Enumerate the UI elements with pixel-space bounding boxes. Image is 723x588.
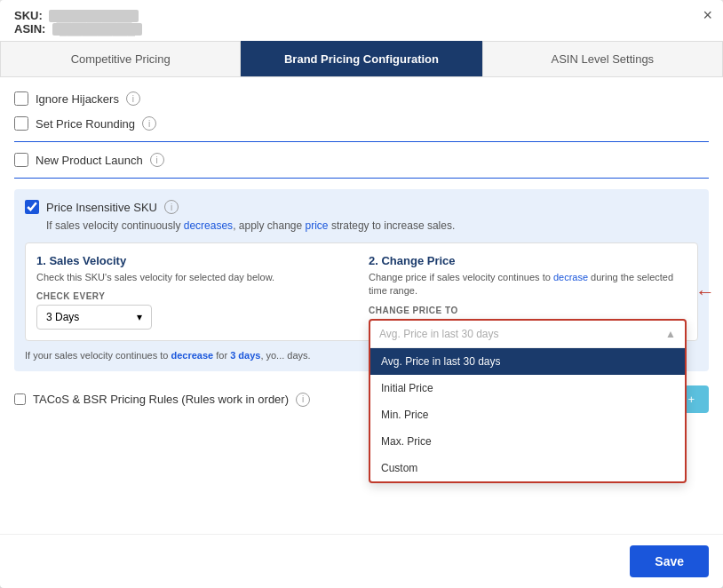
tab-bar: Competitive Pricing Brand Pricing Config… xyxy=(0,41,723,77)
dropdown-open-wrapper: Avg. Price in last 30 days ▲ Avg. Price … xyxy=(369,319,687,483)
sales-velocity-desc: Check this SKU's sales velocity for sele… xyxy=(36,271,354,284)
check-every-label: CHECK EVERY xyxy=(36,291,354,301)
sku-row: SKU: ██████████ xyxy=(14,9,709,22)
modal-body: Ignore Hijackers i Set Price Rounding i … xyxy=(0,77,723,534)
tab-brand[interactable]: Brand Pricing Configuration xyxy=(241,41,481,76)
price-insensitive-section: Price Insensitive SKU i If sales velocit… xyxy=(14,189,709,371)
sales-velocity-col: 1. Sales Velocity Check this SKU's sales… xyxy=(36,254,354,330)
decreases-text: decreases xyxy=(184,219,233,232)
dropdown-option-avg[interactable]: Avg. Price in last 30 days xyxy=(370,348,685,375)
sku-label: SKU: xyxy=(14,9,43,22)
price-insensitive-label: Price Insensitive SKU xyxy=(46,201,157,214)
price-insensitive-header: Price Insensitive SKU i xyxy=(25,200,698,214)
sales-velocity-title: 1. Sales Velocity xyxy=(36,254,354,267)
tacos-info-icon[interactable]: i xyxy=(296,393,310,407)
set-price-rounding-checkbox[interactable] xyxy=(14,116,28,131)
days-text: 3 days xyxy=(230,350,260,361)
modal-footer: Save xyxy=(0,534,723,588)
set-price-rounding-info-icon[interactable]: i xyxy=(142,116,156,131)
change-price-to-label: CHANGE PRICE TO xyxy=(369,306,687,315)
set-price-rounding-row: Set Price Rounding i xyxy=(14,116,709,131)
dropdown-options-list: Avg. Price in last 30 days Initial Price… xyxy=(370,348,685,481)
divider-2 xyxy=(14,178,709,179)
dropdown-option-custom[interactable]: Custom xyxy=(370,455,685,481)
save-button[interactable]: Save xyxy=(630,545,709,577)
dropdown-option-max[interactable]: Max. Price xyxy=(370,428,685,455)
change-price-col: 2. Change Price Change price if sales ve… xyxy=(369,254,687,330)
modal-container: × SKU: ██████████ ASIN: ██████████ Compe… xyxy=(0,0,723,588)
tab-asin[interactable]: ASIN Level Settings xyxy=(482,41,723,76)
check-every-chevron-icon: ▾ xyxy=(137,311,142,323)
tacos-checkbox[interactable] xyxy=(14,393,26,405)
new-product-launch-info-icon[interactable]: i xyxy=(150,153,164,167)
sku-value: ██████████ xyxy=(49,10,139,22)
tacos-label: TACoS & BSR Pricing Rules (Rules work in… xyxy=(33,393,289,406)
ignore-hijackers-checkbox[interactable] xyxy=(14,91,28,106)
asin-row: ASIN: ██████████ xyxy=(14,22,709,36)
ignore-hijackers-row: Ignore Hijackers i xyxy=(14,91,709,106)
chevron-up-icon: ▲ xyxy=(665,328,676,340)
price-text: price xyxy=(306,219,329,232)
arrow-indicator-icon: ← xyxy=(695,281,715,304)
asin-value: ██████████ xyxy=(52,23,142,36)
tacos-left: TACoS & BSR Pricing Rules (Rules work in… xyxy=(14,393,310,407)
header-info: SKU: ██████████ ASIN: ██████████ xyxy=(0,0,723,41)
check-every-select[interactable]: 3 Days ▾ xyxy=(36,305,152,330)
set-price-rounding-label: Set Price Rounding xyxy=(36,117,135,131)
tab-competitive[interactable]: Competitive Pricing xyxy=(0,41,241,76)
dropdown-option-min[interactable]: Min. Price xyxy=(370,401,685,428)
dropdown-placeholder: Avg. Price in last 30 days xyxy=(379,328,499,340)
asin-label: ASIN: xyxy=(14,22,45,36)
dropdown-header[interactable]: Avg. Price in last 30 days ▲ xyxy=(370,321,685,348)
change-price-title: 2. Change Price xyxy=(369,254,687,267)
two-col-section: 1. Sales Velocity Check this SKU's sales… xyxy=(25,242,698,341)
dropdown-option-initial[interactable]: Initial Price xyxy=(370,375,685,401)
new-product-launch-label: New Product Launch xyxy=(36,154,143,167)
ignore-hijackers-label: Ignore Hijackers xyxy=(36,92,119,106)
divider-1 xyxy=(14,141,709,142)
price-insensitive-info-icon[interactable]: i xyxy=(164,200,179,214)
new-product-launch-checkbox[interactable] xyxy=(14,153,28,167)
change-price-desc: Change price if sales velocity continues… xyxy=(369,271,687,298)
price-insensitive-checkbox[interactable] xyxy=(25,200,39,214)
price-insensitive-desc: If sales velocity continuously decreases… xyxy=(46,219,698,232)
new-product-launch-row: New Product Launch i xyxy=(14,153,709,167)
decrase-text: decrase xyxy=(553,272,588,282)
close-button[interactable]: × xyxy=(703,7,712,23)
ignore-hijackers-info-icon[interactable]: i xyxy=(126,91,140,106)
decrease-text: decrease xyxy=(171,350,213,361)
check-every-value: 3 Days xyxy=(46,311,79,323)
